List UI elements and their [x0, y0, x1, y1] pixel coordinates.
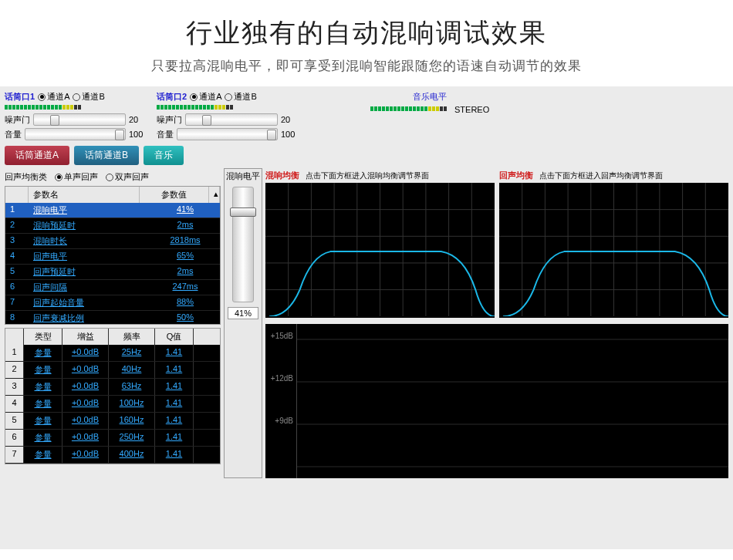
param-row[interactable]: 3混响时长2818ms: [5, 234, 220, 249]
mic1-meter: [5, 105, 147, 110]
mic2-channel-b-radio[interactable]: 通道B: [225, 91, 256, 103]
param-row[interactable]: 1混响电平41%: [5, 203, 220, 218]
param-row[interactable]: 4回声电平65%: [5, 249, 220, 265]
param-header-name: 参数名: [29, 187, 140, 203]
mic2-volume-label: 音量: [157, 129, 174, 140]
reverb-eq-graph[interactable]: [265, 183, 495, 318]
slider-thumb-icon[interactable]: [230, 207, 256, 217]
mic1-noise-value: 20: [129, 115, 147, 124]
echo-eq-hint: 点击下面方框进入回声均衡调节界面: [539, 170, 663, 181]
hero-title: 行业独有的自动混响调试效果: [0, 15, 733, 51]
eq-row[interactable]: 2参量+0.0dB40Hz1.41: [5, 362, 220, 379]
reverb-eq-box: 混响均衡点击下面方框进入混响均衡调节界面: [265, 168, 495, 318]
mic1-noise-label: 噪声门: [5, 114, 30, 126]
tab-mic-b[interactable]: 话筒通道B: [74, 146, 139, 165]
reverb-eq-title: 混响均衡: [265, 170, 299, 181]
eq-stereo-radio[interactable]: 双声回声: [106, 171, 149, 183]
mic2-noise-slider[interactable]: [185, 113, 278, 126]
reverb-eq-hint: 点击下面方框进入混响均衡调节界面: [306, 170, 429, 181]
eq-mono-radio[interactable]: 单声回声: [55, 171, 98, 183]
top-controls: 话筒口1 通道A 通道B 噪声门20 音量100 话筒口2 通道A 通道B 噪声…: [0, 86, 733, 143]
mic2-noise-value: 20: [281, 115, 299, 124]
eq-row[interactable]: 7参量+0.0dB400Hz1.41: [5, 447, 220, 464]
param-row[interactable]: 7回声起始音量88%: [5, 295, 220, 311]
left-column: 回声均衡类 单声回声 双声回声 参数名参数值▴ 1混响电平41%2混响预延时2m…: [5, 168, 221, 478]
mic2-channel-a-radio[interactable]: 通道A: [190, 91, 221, 103]
tab-music[interactable]: 音乐: [144, 146, 184, 165]
eq-row[interactable]: 3参量+0.0dB63Hz1.41: [5, 379, 220, 396]
yaxis-labels: +15dB +12dB +9dB: [265, 324, 296, 478]
app-window: 话筒口1 通道A 通道B 噪声门20 音量100 话筒口2 通道A 通道B 噪声…: [0, 86, 733, 549]
reverb-level-panel: 混响电平 41%: [224, 168, 262, 478]
mic1-channel-b-radio[interactable]: 通道B: [73, 91, 104, 103]
music-meter: [370, 106, 447, 111]
main-eq-plot[interactable]: [296, 324, 728, 478]
eq-row[interactable]: 5参量+0.0dB160Hz1.41: [5, 413, 220, 430]
mic1-volume-label: 音量: [5, 129, 22, 140]
reverb-level-slider[interactable]: [232, 187, 254, 302]
hero: 行业独有的自动混响调试效果 只要拉高混响电平，即可享受到混响智能跟随您的语速自动…: [0, 0, 733, 86]
echo-eq-graph[interactable]: [499, 183, 728, 318]
channel-tabs: 话筒通道A 话筒通道B 音乐: [0, 143, 733, 168]
eq-row[interactable]: 1参量+0.0dB25Hz1.41: [5, 345, 220, 362]
mic2-label: 话筒口2: [157, 91, 187, 103]
mic1-channel-a-radio[interactable]: 通道A: [38, 91, 69, 103]
param-header-value: 参数值: [140, 187, 209, 203]
eq-table[interactable]: 类型增益频率Q值 1参量+0.0dB25Hz1.412参量+0.0dB40Hz1…: [5, 328, 221, 464]
mic1-label: 话筒口1: [5, 91, 35, 103]
mic2-volume-slider[interactable]: [177, 128, 278, 140]
eq-header-type: 类型: [24, 329, 62, 345]
param-row[interactable]: 5回声预延时2ms: [5, 265, 220, 280]
mic1-block: 话筒口1 通道A 通道B 噪声门20 音量100: [5, 91, 147, 143]
param-row[interactable]: 8回声衰减比例50%: [5, 311, 220, 325]
eq-header-q: Q值: [155, 329, 194, 345]
mic2-meter: [157, 105, 299, 110]
music-label: 音乐电平: [370, 91, 489, 103]
eq-header-freq: 频率: [109, 329, 155, 345]
hero-subtitle: 只要拉高混响电平，即可享受到混响智能跟随您的语速自动调节的效果: [0, 57, 733, 75]
graph-column: 混响均衡点击下面方框进入混响均衡调节界面 回声均衡点击下面方框进入回声均衡调节界…: [265, 168, 728, 478]
param-row[interactable]: 2混响预延时2ms: [5, 218, 220, 234]
mic2-block: 话筒口2 通道A 通道B 噪声门20 音量100: [157, 91, 299, 143]
mic1-noise-slider[interactable]: [33, 113, 126, 126]
mic2-noise-label: 噪声门: [157, 114, 182, 126]
music-block: 音乐电平 STEREO: [370, 91, 489, 143]
eq-header-gain: 增益: [62, 329, 109, 345]
reverb-level-label: 混响电平: [225, 170, 262, 182]
echo-eq-box: 回声均衡点击下面方框进入回声均衡调节界面: [499, 168, 728, 318]
param-row[interactable]: 6回声间隔247ms: [5, 280, 220, 295]
mic2-volume-value: 100: [281, 130, 299, 139]
main-eq-graph[interactable]: +15dB +12dB +9dB: [265, 324, 728, 478]
eq-row[interactable]: 4参量+0.0dB100Hz1.41: [5, 396, 220, 413]
reverb-level-value: 41%: [228, 307, 258, 319]
eq-row[interactable]: 6参量+0.0dB250Hz1.41: [5, 430, 220, 447]
music-mode: STEREO: [454, 105, 489, 114]
mic1-volume-value: 100: [129, 130, 147, 139]
scroll-up-icon[interactable]: ▴: [209, 187, 220, 203]
tab-mic-a[interactable]: 话筒通道A: [5, 146, 69, 165]
param-table[interactable]: 参数名参数值▴ 1混响电平41%2混响预延时2ms3混响时长2818ms4回声电…: [5, 186, 221, 325]
mic1-volume-slider[interactable]: [25, 128, 126, 140]
eq-type-label: 回声均衡类: [5, 171, 47, 183]
echo-eq-title: 回声均衡: [499, 170, 533, 181]
